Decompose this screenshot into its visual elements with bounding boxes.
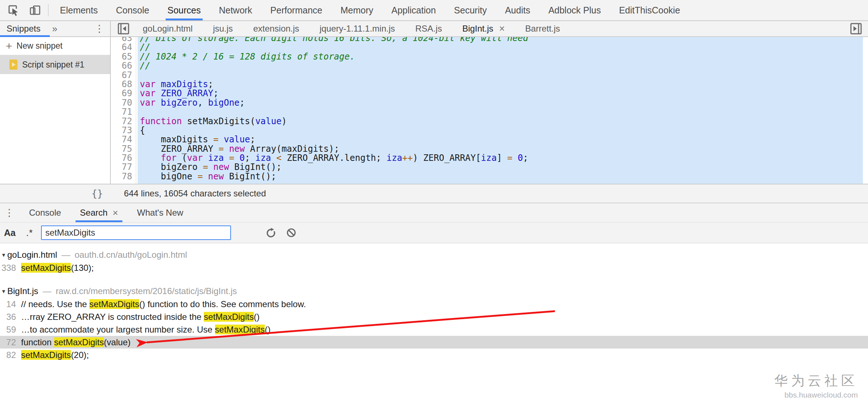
line-number[interactable]: 71	[111, 107, 132, 117]
line-number[interactable]: 76	[111, 154, 132, 163]
disclosure-triangle-icon[interactable]: ▾	[0, 251, 7, 259]
file-tab-gologin.html[interactable]: goLogin.html	[133, 21, 203, 36]
search-result-row[interactable]: 14// needs. Use the setMaxDigits() funct…	[0, 298, 868, 310]
code-token: 0	[240, 153, 245, 163]
drawer-tabs: ConsoleSearch×What's New	[20, 203, 193, 222]
main-toolbar: ElementsConsoleSourcesNetworkPerformance…	[0, 0, 868, 21]
code-token: var	[187, 153, 203, 163]
panel-tab-security[interactable]: Security	[445, 0, 496, 20]
code-token: )	[281, 116, 287, 126]
line-number[interactable]: 64	[111, 43, 132, 52]
toggle-debugger-sidebar-icon[interactable]	[850, 23, 862, 35]
file-tab-bigint.js[interactable]: BigInt.js×	[452, 21, 515, 36]
refresh-search-icon[interactable]	[264, 226, 277, 239]
file-tab-rsa.js[interactable]: RSA.js	[405, 21, 452, 36]
search-result-row[interactable]: 59…to accommodate your largest number si…	[0, 323, 868, 336]
panel-tab-elements[interactable]: Elements	[51, 0, 107, 20]
line-number[interactable]: 78	[111, 172, 132, 181]
file-tab-extension.js[interactable]: extension.js	[243, 21, 309, 36]
line-number[interactable]: 67	[111, 71, 132, 80]
code-token: ;	[213, 88, 218, 98]
drawer-tab-search[interactable]: Search×	[70, 203, 127, 222]
toggle-navigator-icon[interactable]	[117, 23, 130, 35]
panel-tab-performance[interactable]: Performance	[261, 0, 331, 20]
clear-search-icon[interactable]	[285, 226, 298, 239]
result-separator: —	[42, 286, 51, 296]
code-token: new	[213, 162, 229, 172]
tab-snippets[interactable]: Snippets	[0, 21, 50, 36]
panel-tab-application[interactable]: Application	[382, 0, 445, 20]
close-tab-icon[interactable]: ×	[499, 24, 505, 34]
code-token: ;	[245, 153, 255, 163]
drawer-menu-icon[interactable]: ⋮	[4, 208, 20, 218]
plus-icon: +	[6, 41, 12, 52]
code-token: =	[198, 171, 203, 182]
panel-tab-network[interactable]: Network	[210, 0, 261, 20]
code-token: <	[276, 153, 281, 163]
code-line	[140, 71, 863, 80]
search-result-row[interactable]: 338setMaxDigits(130);	[0, 261, 868, 274]
line-number[interactable]: 72	[111, 117, 132, 126]
snippet-item[interactable]: Script snippet #1	[0, 55, 110, 74]
result-group-header[interactable]: ▾BigInt.js—raw.d.cn/membersystem/2016/st…	[0, 285, 868, 298]
code-token: BigInt();	[229, 162, 282, 172]
line-number[interactable]: 69	[111, 89, 132, 98]
code-token: ZERO_ARRAY	[161, 88, 214, 98]
panel-tab-editthiscookie[interactable]: EditThisCookie	[610, 0, 689, 20]
script-file-icon	[9, 60, 17, 70]
new-snippet-button[interactable]: + New snippet	[0, 37, 110, 55]
panel-tab-console[interactable]: Console	[107, 0, 158, 20]
panel-tab-sources[interactable]: Sources	[158, 0, 210, 20]
line-number[interactable]: 75	[111, 144, 132, 154]
result-text-segment: …rray ZERO_ARRAY is constructed inside t…	[21, 312, 204, 322]
close-drawer-tab-icon[interactable]: ×	[113, 208, 118, 217]
code-token: ,	[198, 98, 208, 108]
drawer-tab-what-s-new[interactable]: What's New	[127, 203, 192, 222]
drawer-tab-console[interactable]: Console	[20, 203, 70, 222]
code-token	[140, 153, 161, 163]
regex-toggle[interactable]: .*	[20, 228, 36, 238]
more-tabs-icon[interactable]: »	[50, 23, 59, 34]
line-number[interactable]: 65	[111, 52, 132, 61]
result-group-header[interactable]: ▾goLogin.html—oauth.d.cn/auth/goLogin.ht…	[0, 248, 868, 261]
code-line: var maxDigits;	[140, 80, 863, 89]
inspect-element-icon[interactable]	[7, 4, 20, 16]
line-number[interactable]: 73	[111, 126, 132, 135]
result-file-url: oauth.d.cn/auth/goLogin.html	[74, 250, 187, 260]
line-number[interactable]: 74	[111, 135, 132, 144]
code-token	[155, 98, 161, 108]
line-number[interactable]: 66	[111, 61, 132, 70]
search-result-row[interactable]: 36…rray ZERO_ARRAY is constructed inside…	[0, 310, 868, 323]
result-line-text: function setMaxDigits(value)	[21, 337, 130, 347]
code-token: // bits of storage. Each digit holds 16 …	[140, 37, 528, 43]
navigator-menu-icon[interactable]: ⋮	[94, 24, 110, 34]
result-text-segment: (20);	[71, 350, 89, 360]
device-toolbar-icon[interactable]	[29, 4, 41, 16]
panel-tab-memory[interactable]: Memory	[331, 0, 382, 20]
search-result-row[interactable]: 72function setMaxDigits(value)	[0, 336, 868, 349]
panel-tab-audits[interactable]: Audits	[496, 0, 539, 20]
file-tabs: goLogin.htmljsu.jsextension.jsjquery-1.1…	[133, 21, 570, 36]
disclosure-triangle-icon[interactable]: ▾	[0, 288, 7, 295]
result-line-number: 82	[0, 350, 21, 360]
code-token: ) ZERO_ARRAY[	[413, 153, 481, 163]
file-tab-jquery-1.11.1.min.js[interactable]: jquery-1.11.1.min.js	[309, 21, 405, 36]
search-result-row[interactable]: 82setMaxDigits(20);	[0, 349, 868, 361]
panel-tab-adblock-plus[interactable]: Adblock Plus	[539, 0, 610, 20]
line-number[interactable]: 70	[111, 98, 132, 107]
line-number[interactable]: 68	[111, 80, 132, 89]
line-number[interactable]: 77	[111, 163, 132, 172]
file-tab-jsu.js[interactable]: jsu.js	[203, 21, 243, 36]
result-line-number: 72	[0, 337, 21, 347]
pretty-print-icon[interactable]: {}	[92, 188, 103, 199]
file-tabstrip: goLogin.htmljsu.jsextension.jsjquery-1.1…	[111, 21, 868, 37]
match-case-toggle[interactable]: Aa	[0, 228, 20, 238]
line-number-gutter[interactable]: 63646566676869707172737475767778	[111, 37, 136, 184]
code-token: ;	[523, 153, 528, 163]
snippet-name: Script snippet #1	[22, 60, 84, 70]
file-tab-barrett.js[interactable]: Barrett.js	[515, 21, 570, 36]
editor-status-bar: {} 644 lines, 16054 characters selected	[0, 184, 868, 203]
code-token: =	[219, 144, 224, 154]
code-content[interactable]: // bits of storage. Each digit holds 16 …	[138, 37, 863, 184]
search-input[interactable]	[41, 225, 231, 240]
